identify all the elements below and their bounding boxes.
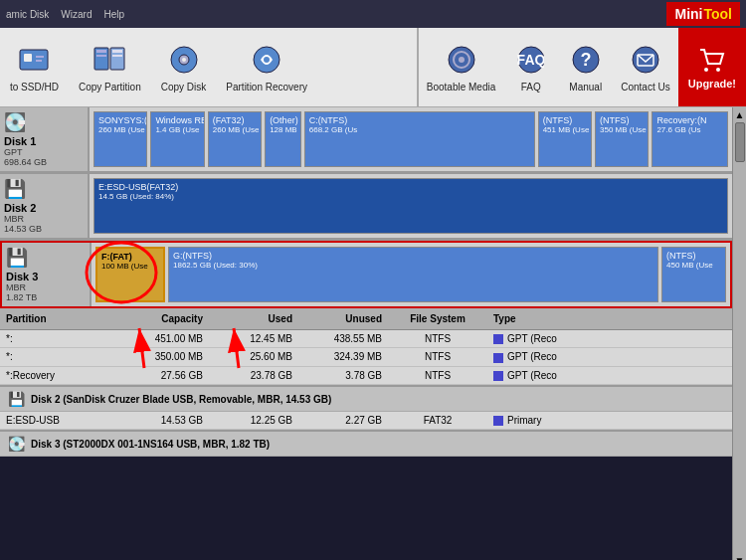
disk3-part-f[interactable]: F:(FAT) 100 MB (Use xyxy=(95,247,165,302)
svg-rect-3 xyxy=(36,60,42,62)
copy-partition-button[interactable]: Copy Partition xyxy=(69,36,151,98)
vertical-scrollbar[interactable]: ▲ ▼ xyxy=(732,107,746,560)
scroll-thumb[interactable] xyxy=(735,122,745,162)
disk1-part-c[interactable]: C:(NTFS) 668.2 GB (Us xyxy=(304,111,535,167)
svg-rect-5 xyxy=(96,50,106,53)
col-header-type: Type xyxy=(487,310,617,327)
disk1-info: 💽 Disk 1 GPT 698.64 GB xyxy=(0,107,90,171)
toolbar-right: Bootable Media FAQ FAQ ? Manual xyxy=(417,28,746,106)
disk-area: 💽 Disk 1 GPT 698.64 GB SONYSYS:(F. 260 M… xyxy=(0,107,732,560)
bootable-media-button[interactable]: Bootable Media xyxy=(419,36,504,98)
title-bar: amic Disk Wizard Help Mini Tool xyxy=(0,0,746,28)
col-header-fs: File System xyxy=(388,310,487,327)
disk3-icon: 💾 xyxy=(6,247,86,269)
table-row[interactable]: *: 451.00 MB 12.45 MB 438.55 MB NTFS GPT… xyxy=(0,330,732,348)
disk3-info: 💾 Disk 3 MBR 1.82 TB xyxy=(2,243,92,306)
upgrade-label: Upgrade! xyxy=(688,78,736,90)
menu-item-dynamic-disk[interactable]: amic Disk xyxy=(6,9,49,20)
disk2-type: MBR xyxy=(4,214,84,224)
table-row[interactable]: *:Recovery 27.56 GB 23.78 GB 3.78 GB NTF… xyxy=(0,367,732,385)
disk1-part-ntfs2[interactable]: (NTFS) 350 MB (Use xyxy=(595,111,649,167)
disk3-part-g[interactable]: G:(NTFS) 1862.5 GB (Used: 30%) xyxy=(168,247,658,302)
disk3-title: Disk 3 xyxy=(6,271,86,282)
disk1-part-fat32[interactable]: (FAT32) 260 MB (Use xyxy=(208,111,262,167)
svg-rect-6 xyxy=(96,55,106,57)
manual-button[interactable]: ? Manual xyxy=(558,36,613,98)
table-row[interactable]: *: 350.00 MB 25.60 MB 324.39 MB NTFS GPT… xyxy=(0,348,732,366)
to-ssd-label: to SSD/HD xyxy=(10,82,59,93)
disk2-icon: 💾 xyxy=(4,178,84,200)
to-ssd-button[interactable]: to SSD/HD xyxy=(0,36,69,98)
contact-us-icon xyxy=(628,42,663,78)
disk3-label-text: Disk 3 (ST2000DX 001-1NS164 USB, MBR, 1.… xyxy=(31,439,270,450)
table-header: Partition Capacity Used Unused File Syst… xyxy=(0,308,732,330)
svg-point-17 xyxy=(459,57,465,63)
menu-item-help[interactable]: Help xyxy=(103,9,124,20)
disk1-part-sonysys[interactable]: SONYSYS:(F. 260 MB (Use xyxy=(93,111,147,167)
faq-label: FAQ xyxy=(521,82,541,93)
disk2-info: 💾 Disk 2 MBR 14.53 GB xyxy=(0,174,90,238)
disk3-partitions: F:(FAT) 100 MB (Use G:(NTFS) 1862.5 GB (… xyxy=(92,243,730,306)
main-toolbar: to SSD/HD Copy Partition xyxy=(0,28,746,107)
contact-us-label: Contact Us xyxy=(621,82,669,93)
col-header-used: Used xyxy=(209,310,298,327)
partition-recovery-button[interactable]: Partition Recovery xyxy=(216,36,317,98)
disk1-row: 💽 Disk 1 GPT 698.64 GB SONYSYS:(F. 260 M… xyxy=(0,107,732,174)
disk1-part-other[interactable]: (Other) 128 MB xyxy=(265,111,301,167)
contact-us-button[interactable]: Contact Us xyxy=(613,36,677,98)
partition-recovery-icon xyxy=(249,42,284,78)
type-checkbox xyxy=(493,353,503,363)
disk1-part-recovery[interactable]: Recovery:(N 27.6 GB (Us xyxy=(652,111,728,167)
bootable-media-label: Bootable Media xyxy=(427,82,496,93)
copy-disk-label: Copy Disk xyxy=(161,82,207,93)
disk2-label-icon: 💾 xyxy=(8,391,25,407)
col-header-capacity: Capacity xyxy=(99,310,209,327)
minitool-logo: Mini Tool xyxy=(666,2,740,26)
disk1-size: 698.64 GB xyxy=(4,157,84,167)
svg-point-24 xyxy=(704,68,708,72)
to-ssd-icon xyxy=(16,42,52,78)
type-checkbox xyxy=(493,371,503,381)
svg-rect-9 xyxy=(112,55,122,57)
svg-point-12 xyxy=(182,58,186,62)
col-header-unused: Unused xyxy=(298,310,388,327)
type-checkbox xyxy=(493,334,503,344)
faq-icon: FAQ xyxy=(513,42,549,78)
copy-disk-icon xyxy=(166,42,202,78)
faq-button[interactable]: FAQ FAQ xyxy=(503,36,558,98)
svg-rect-8 xyxy=(112,50,122,53)
disk1-partitions: SONYSYS:(F. 260 MB (Use Windows RE 1.4 G… xyxy=(90,107,732,171)
bootable-media-icon xyxy=(444,42,479,78)
svg-point-22 xyxy=(633,47,658,73)
disk2-size: 14.53 GB xyxy=(4,224,84,234)
disk3-part-ntfs[interactable]: (NTFS) 450 MB (Use xyxy=(661,247,726,302)
disk2-partition-row[interactable]: E:ESD-USB 14.53 GB 12.25 GB 2.27 GB FAT3… xyxy=(0,412,732,430)
type-checkbox xyxy=(493,416,503,426)
disk2-partitions: E:ESD-USB(FAT32) 14.5 GB (Used: 84%) xyxy=(90,174,732,238)
upgrade-button[interactable]: Upgrade! xyxy=(678,28,746,106)
menu-item-wizard[interactable]: Wizard xyxy=(61,9,92,20)
disk3-label-icon: 💽 xyxy=(8,436,25,452)
disk2-label-text: Disk 2 (SanDisk Cruzer Blade USB, Remova… xyxy=(31,394,331,405)
disk3-size: 1.82 TB xyxy=(6,292,86,302)
copy-partition-label: Copy Partition xyxy=(79,82,141,93)
col-header-partition: Partition xyxy=(0,310,99,327)
disk3-label-row: 💽 Disk 3 (ST2000DX 001-1NS164 USB, MBR, … xyxy=(0,430,732,457)
svg-rect-1 xyxy=(24,54,32,62)
manual-icon: ? xyxy=(568,42,604,78)
svg-text:FAQ: FAQ xyxy=(516,52,545,68)
disk1-part-ntfs1[interactable]: (NTFS) 451 MB (Use xyxy=(538,111,592,167)
disk2-title: Disk 2 xyxy=(4,202,84,214)
upgrade-cart-icon xyxy=(698,46,726,74)
scroll-up-arrow[interactable]: ▲ xyxy=(735,109,745,120)
disk3-row: 💾 Disk 3 MBR 1.82 TB F:(FAT) 100 MB (Use… xyxy=(0,241,732,308)
svg-point-25 xyxy=(716,68,720,72)
svg-rect-2 xyxy=(36,56,44,58)
manual-label: Manual xyxy=(569,82,602,93)
disk1-part-winre[interactable]: Windows RE 1.4 GB (Use xyxy=(150,111,204,167)
disk2-part-esd[interactable]: E:ESD-USB(FAT32) 14.5 GB (Used: 84%) xyxy=(93,178,728,234)
svg-point-14 xyxy=(264,57,270,63)
disk3-type: MBR xyxy=(6,282,86,292)
scroll-down-arrow[interactable]: ▼ xyxy=(735,555,745,560)
copy-disk-button[interactable]: Copy Disk xyxy=(151,36,217,98)
